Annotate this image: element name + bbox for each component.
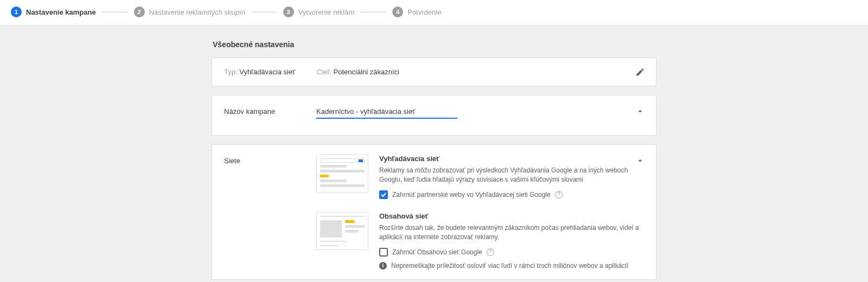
include-search-partners-label: Zahrnúť partnerské weby vo Vyhľadávacej … [392,191,551,198]
step-4-label: Potvrdenie [407,8,441,16]
chevron-up-icon[interactable] [635,106,645,116]
step-4[interactable]: 4 Potvrdenie [392,7,441,17]
help-icon[interactable]: ? [487,248,494,256]
display-network-desc: Rozšírte dosah tak, že budete relevantný… [379,223,644,242]
step-3-circle: 3 [283,7,294,17]
step-3[interactable]: 3 Vytvorenie reklám [283,7,355,17]
step-1-label: Nastavenie kampane [26,8,96,16]
checkbox-checked-icon [379,190,388,199]
stepper: 1 Nastavenie kampane 2 Nastavenie reklam… [0,0,868,26]
help-icon[interactable]: ? [555,191,563,198]
display-network-thumbnail [316,212,368,250]
search-network-thumbnail [316,155,368,193]
search-network-title: Vyhľadávacia sieť [379,155,644,163]
campaign-name-card: Názov kampane [212,95,656,136]
chevron-up-icon[interactable] [635,156,645,165]
step-1[interactable]: 1 Nastavenie kampane [11,7,96,17]
display-network-block: Obsahová sieť Rozšírte dosah tak, že bud… [316,212,644,270]
include-display-network-checkbox[interactable]: Zahrnúť Obsahovú sieť Google ? [379,248,644,257]
search-network-desc: Reklamy sa môžu zobrazovať pri výsledkoc… [379,166,644,185]
goal-label: Cieľ: [317,68,331,76]
pencil-icon[interactable] [635,67,645,77]
step-connector [252,12,277,12]
step-connector [103,12,127,12]
type-kv: Typ: Vyhľadávacia sieť [224,68,295,76]
type-value: Vyhľadávacia sieť [239,68,295,76]
step-3-label: Vytvorenie reklám [298,8,355,16]
goal-value: Potenciálni zákazníci [334,68,399,76]
campaign-name-input[interactable] [316,105,457,119]
include-display-network-label: Zahrnúť Obsahovú sieť Google [392,248,482,256]
search-network-block: Vyhľadávacia sieť Reklamy sa môžu zobraz… [316,155,644,199]
goal-kv: Cieľ: Potenciálni zákazníci [317,68,399,76]
step-2[interactable]: 2 Nastavenie reklamných skupín [134,7,245,17]
step-connector [361,12,386,12]
display-network-info-text: Nepremeškajte príležitosť osloviť viac ľ… [391,262,628,270]
display-network-info: i Nepremeškajte príležitosť osloviť viac… [379,262,644,270]
step-2-label: Nastavenie reklamných skupín [149,8,245,16]
checkbox-unchecked-icon [379,248,388,257]
content: Všeobecné nastavenia Typ: Vyhľadávacia s… [212,26,656,282]
networks-label: Siete [224,155,316,165]
info-icon: i [379,262,387,270]
include-search-partners-checkbox[interactable]: Zahrnúť partnerské weby vo Vyhľadávacej … [379,190,644,199]
type-label: Typ: [224,68,238,76]
networks-card: Siete Vyhľadávacia sieť Reklamy sa môžu [212,144,656,280]
campaign-name-label: Názov kampane [224,105,316,116]
section-title: Všeobecné nastavenia [212,40,656,49]
display-network-title: Obsahová sieť [379,212,644,220]
step-1-circle: 1 [11,7,22,17]
step-4-circle: 4 [392,7,403,17]
type-goal-card: Typ: Vyhľadávacia sieť Cieľ: Potenciálni… [212,57,656,86]
step-2-circle: 2 [134,7,145,17]
